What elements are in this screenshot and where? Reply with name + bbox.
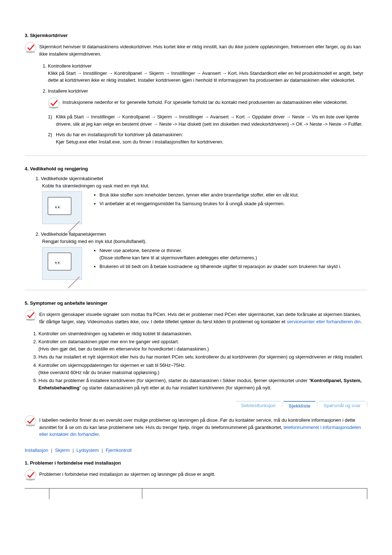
tab-separator bbox=[367, 402, 367, 407]
section5-intro: En skjerm gjenskaper visuelle signaler s… bbox=[39, 309, 367, 325]
s3-sub2: 2) Hvis du har en installasjonsfil for k… bbox=[48, 131, 367, 145]
s4-item2-b1b: (Disse stoffene kan føre til at skjermov… bbox=[99, 255, 257, 260]
check-icon bbox=[25, 469, 36, 481]
s3-sub1-text: Klikk på Start → Innstillinger → Kontrol… bbox=[56, 113, 367, 127]
divider bbox=[25, 290, 367, 290]
s3-item1-title: Kontrollere kortdriver bbox=[48, 63, 92, 69]
checklist-intro: I tabellen nedenfor finner du en oversik… bbox=[39, 415, 367, 438]
check-icon bbox=[48, 97, 60, 109]
tab-separator bbox=[282, 402, 282, 407]
s3-sub2-marker: 2) bbox=[48, 131, 56, 145]
tab-bar: Selvtestfunksjon Sjekkliste Spørsmål og … bbox=[25, 401, 367, 410]
install-title: 1. Problemer i forbindelse med installas… bbox=[25, 460, 367, 466]
s5-li4: Kontroller om skjermoppdateringen for sk… bbox=[38, 362, 367, 376]
svg-rect-3 bbox=[49, 107, 58, 108]
link-install[interactable]: Installasjon bbox=[25, 447, 48, 453]
s3-item2: Installere kortdriver Instruksjonene ned… bbox=[48, 88, 367, 109]
s4-item1-desc: Koble fra strømledningen og vask med en … bbox=[42, 182, 150, 190]
s5-li5: Hvis du har problemer å installere kortd… bbox=[38, 377, 367, 392]
s5-li2: Kontroller om datamaskinen piper mer enn… bbox=[38, 338, 367, 353]
section4-title: 4. Vedlikehold og rengjøring bbox=[25, 166, 367, 171]
monitor-cleaning-image-2: 👀 bbox=[42, 247, 82, 280]
s4-item1-b2: Vi anbefaler at et rengjøringsmiddel fra… bbox=[99, 200, 299, 207]
s3-sub2-b: Kjør Setup.exe eller Install.exe, som du… bbox=[56, 139, 224, 145]
s4-item2-desc: Rengjør forsiktig med en myk klut (bomul… bbox=[42, 238, 147, 245]
section3-title: 3. Skjermkortdriver bbox=[25, 33, 367, 38]
s4-item1-b1: Bruk ikke stoffer som inneholder benzen,… bbox=[99, 191, 299, 199]
s3-sub2-a: Hvis du har en installasjonsfil for kort… bbox=[56, 132, 183, 137]
s3-item2-title: Installere kortdriver bbox=[48, 88, 88, 94]
s4-item2-b1: Never use acetone, benzene or thinner. (… bbox=[99, 247, 341, 262]
install-intro: Problemer i forbindelse med installasjon… bbox=[39, 469, 367, 478]
tab-checklist[interactable]: Sjekkliste bbox=[283, 401, 315, 410]
service-center-link[interactable]: servicesenter eller forhandleren din bbox=[287, 319, 360, 324]
s3-item1: Kontrollere kortdriver Klikk på Start → … bbox=[48, 62, 367, 84]
s5-li1: Kontroller om strømledningen og kabelen … bbox=[38, 330, 367, 337]
svg-rect-5 bbox=[26, 319, 35, 320]
s3-sub1-marker: 1) bbox=[48, 113, 56, 127]
monitor-cleaning-image: 👀 bbox=[42, 191, 82, 224]
tab-separator bbox=[317, 402, 317, 407]
svg-rect-9 bbox=[26, 479, 35, 480]
s3-sub1: 1) Klikk på Start → Innstillinger → Kont… bbox=[48, 113, 367, 127]
link-screen[interactable]: Skjerm bbox=[55, 447, 70, 453]
svg-rect-7 bbox=[26, 425, 35, 426]
svg-rect-1 bbox=[26, 51, 35, 53]
table-header-stub bbox=[25, 488, 367, 499]
s4-item2-title: Vedlikeholde flatpanelskjermen bbox=[41, 231, 106, 237]
link-sound[interactable]: Lydsystem bbox=[77, 447, 99, 453]
divider bbox=[25, 155, 367, 156]
tab-qa[interactable]: Spørsmål og svar bbox=[319, 401, 366, 410]
s5-li3: Hvis du har installert et nytt skjermkor… bbox=[38, 353, 367, 361]
check-icon bbox=[25, 42, 36, 53]
tab-selftest[interactable]: Selvtestfunksjon bbox=[236, 401, 281, 410]
check-icon bbox=[25, 415, 36, 427]
s4-item1-num: 1. bbox=[36, 176, 40, 181]
s3-item2-note: Instruksjonene nedenfor er for generelle… bbox=[62, 97, 367, 106]
s4-item1-title: Vedlikeholde skjermkabinettet bbox=[41, 176, 103, 181]
s4-item2-num: 2. bbox=[36, 231, 40, 237]
link-remote[interactable]: Fjernkontroll bbox=[106, 447, 132, 453]
section5-title: 5. Symptomer og anbefalte løsninger bbox=[25, 300, 367, 306]
s3-item1-body: Klikk på Start → Innstillinger → Kontrol… bbox=[48, 70, 367, 84]
section3-intro: Skjermkort henviser til datamaskinens vi… bbox=[39, 42, 367, 57]
s4-item2-b2: Brukeren vil bli bedt om å betale kostna… bbox=[99, 263, 341, 270]
check-icon bbox=[25, 309, 36, 321]
category-links: Installasjon | Skjerm | Lydsystem | Fjer… bbox=[25, 447, 367, 453]
s4-item2-b1a: Never use acetone, benzene or thinner. bbox=[99, 248, 182, 253]
